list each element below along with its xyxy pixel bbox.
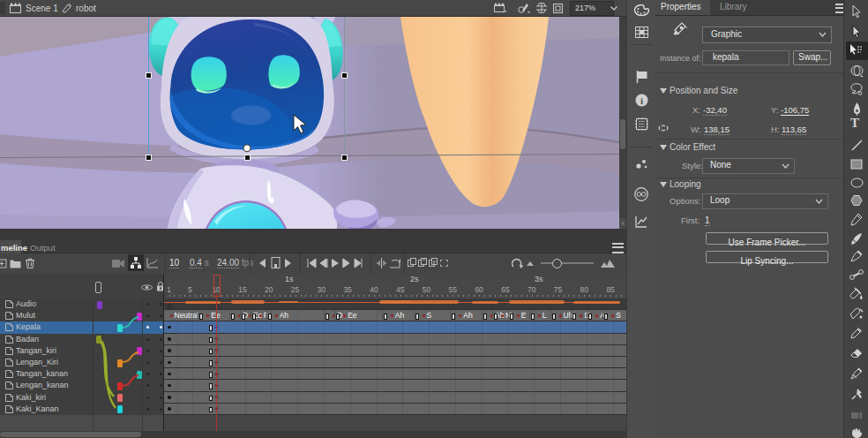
svg-text:i: i <box>640 95 643 106</box>
